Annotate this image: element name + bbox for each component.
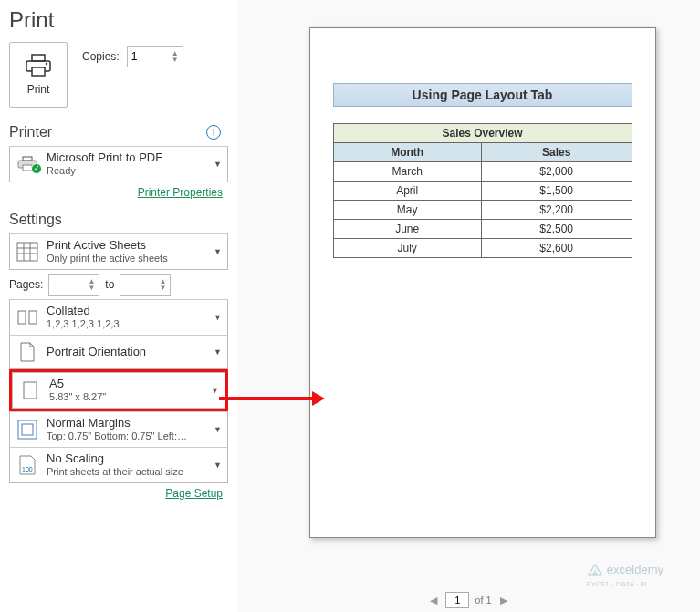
page-count-label: of 1 — [475, 595, 491, 606]
collated-icon — [16, 309, 39, 326]
table-row: May$2,200 — [333, 201, 632, 220]
svg-text:100: 100 — [22, 466, 33, 472]
svg-rect-7 — [17, 243, 37, 261]
copies-input[interactable] — [131, 50, 159, 63]
sheets-icon — [16, 242, 39, 262]
scaling-dropdown[interactable]: 100 No Scaling Print sheets at their act… — [9, 447, 228, 483]
printer-properties-link[interactable]: Printer Properties — [138, 186, 223, 199]
copies-label: Copies: — [82, 50, 120, 63]
table-overview-header: Sales Overview — [333, 124, 632, 143]
printer-status: Ready — [47, 165, 206, 178]
printer-icon — [24, 54, 53, 78]
svg-rect-15 — [18, 420, 37, 439]
svg-rect-16 — [22, 424, 33, 435]
preview-table: Sales Overview Month Sales March$2,000 A… — [333, 123, 632, 258]
pages-from-spinner[interactable]: ▲▼ — [48, 274, 99, 296]
chevron-down-icon: ▼ — [214, 425, 222, 434]
print-settings-panel: Print Print Copies: ▲▼ Printer i — [0, 0, 237, 612]
preview-page: Using Page Layout Tab Sales Overview Mon… — [309, 27, 656, 538]
pages-label: Pages: — [9, 278, 43, 291]
chevron-down-icon: ▼ — [214, 313, 222, 322]
chevron-down-icon: ▼ — [214, 160, 222, 169]
chevron-down-icon: ▼ — [214, 347, 222, 357]
chevron-down-icon: ▼ — [214, 461, 222, 470]
page-icon — [18, 381, 42, 399]
page-title: Print — [9, 7, 228, 33]
svg-point-3 — [46, 63, 47, 65]
print-what-dropdown[interactable]: Print Active Sheets Only print the activ… — [9, 233, 228, 270]
svg-rect-12 — [18, 311, 26, 324]
svg-rect-2 — [32, 67, 45, 76]
margins-icon — [16, 420, 39, 440]
svg-rect-4 — [23, 157, 32, 161]
printer-status-icon — [16, 156, 39, 172]
orientation-dropdown[interactable]: Portrait Orientation ▼ — [9, 335, 228, 369]
check-icon — [31, 163, 42, 174]
scaling-icon: 100 — [16, 455, 39, 475]
printer-dropdown[interactable]: Microsoft Print to PDF Ready ▼ — [9, 146, 228, 182]
pages-to-label: to — [105, 278, 114, 291]
print-button-label: Print — [27, 83, 50, 96]
svg-rect-13 — [29, 311, 37, 324]
prev-page-button[interactable]: ◀ — [427, 595, 440, 607]
printer-name: Microsoft Print to PDF — [47, 150, 206, 165]
page-number-input[interactable] — [445, 592, 469, 608]
page-setup-link[interactable]: Page Setup — [165, 487, 223, 500]
col-sales: Sales — [481, 143, 632, 162]
annotation-arrow — [217, 388, 327, 410]
table-row: June$2,500 — [333, 220, 632, 239]
settings-heading: Settings — [9, 212, 62, 228]
portrait-icon — [16, 342, 39, 362]
document-title: Using Page Layout Tab — [333, 83, 632, 107]
pages-to-spinner[interactable]: ▲▼ — [120, 274, 171, 296]
page-navigation: ◀ of 1 ▶ — [237, 592, 700, 608]
table-row: July$2,600 — [333, 239, 632, 258]
printer-heading: Printer — [9, 124, 52, 140]
paper-size-dropdown[interactable]: A5 5.83" x 8.27" ▼ — [12, 372, 225, 409]
pages-to-input[interactable] — [124, 278, 150, 291]
svg-rect-14 — [24, 382, 37, 399]
pages-from-input[interactable] — [53, 278, 78, 291]
watermark: exceldemy — [587, 561, 663, 577]
copies-spinner[interactable]: ▲▼ — [127, 46, 183, 67]
next-page-button[interactable]: ▶ — [497, 595, 510, 607]
collation-dropdown[interactable]: Collated 1,2,3 1,2,3 1,2,3 ▼ — [9, 299, 228, 336]
info-icon[interactable]: i — [206, 125, 221, 140]
table-row: March$2,000 — [333, 162, 632, 182]
margins-dropdown[interactable]: Normal Margins Top: 0.75" Bottom: 0.75" … — [9, 411, 228, 448]
watermark-subtitle: EXCEL · DATA · BI — [586, 580, 647, 588]
svg-rect-0 — [32, 55, 45, 61]
svg-marker-19 — [312, 391, 325, 406]
watermark-icon — [587, 561, 603, 577]
print-preview-pane: Using Page Layout Tab Sales Overview Mon… — [237, 0, 700, 612]
paper-size-highlight: A5 5.83" x 8.27" ▼ — [9, 369, 228, 411]
table-row: April$1,500 — [333, 182, 632, 201]
chevron-down-icon: ▼ — [214, 247, 222, 256]
print-button[interactable]: Print — [9, 42, 68, 108]
copies-stepper[interactable]: ▲▼ — [172, 50, 179, 63]
col-month: Month — [333, 143, 481, 162]
